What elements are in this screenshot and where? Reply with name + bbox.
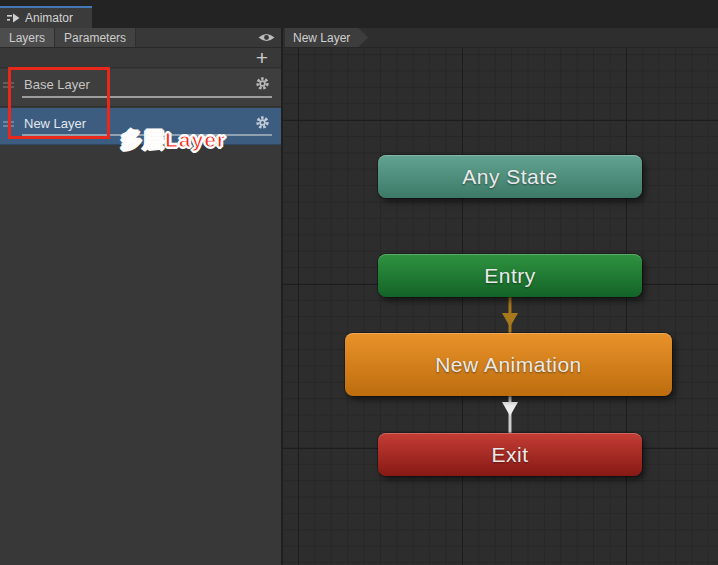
window-header: Animator: [0, 0, 718, 28]
transition-entry-to-new-animation[interactable]: [502, 297, 518, 333]
layers-add-row: +: [0, 48, 281, 68]
panel-divider: [281, 28, 283, 565]
breadcrumb-item-new-layer[interactable]: New Layer: [285, 28, 368, 47]
state-node-new-animation[interactable]: New Animation: [345, 333, 672, 396]
eye-icon[interactable]: [252, 28, 281, 47]
layers-panel: + Base Layer New Layer: [0, 48, 281, 565]
toolbar-spacer: [136, 28, 252, 47]
state-node-label: New Animation: [435, 353, 582, 377]
tab-parameters[interactable]: Parameters: [55, 28, 136, 47]
layer-name: New Layer: [24, 116, 86, 131]
drag-handle-icon[interactable]: [3, 121, 14, 129]
gear-icon[interactable]: [255, 76, 270, 91]
tab-animator-label: Animator: [25, 11, 73, 25]
layer-row-new-layer[interactable]: New Layer: [0, 108, 281, 145]
animator-icon: [7, 13, 20, 24]
transition-edges: [283, 48, 718, 565]
breadcrumb: New Layer: [283, 28, 718, 48]
layer-name: Base Layer: [24, 77, 90, 92]
state-node-label: Any State: [462, 165, 558, 189]
tab-layers[interactable]: Layers: [0, 28, 55, 47]
gear-icon[interactable]: [255, 115, 270, 130]
drag-handle-icon[interactable]: [3, 82, 14, 90]
layers-parameters-toolbar: Layers Parameters: [0, 28, 281, 48]
layer-weight-slider[interactable]: [22, 96, 272, 98]
state-node-any-state[interactable]: Any State: [378, 155, 642, 198]
state-node-label: Entry: [484, 264, 536, 288]
state-machine-canvas[interactable]: Any State Entry New Animation Exit: [283, 48, 718, 565]
transition-new-animation-to-exit[interactable]: [502, 396, 518, 433]
layer-weight-slider[interactable]: [22, 134, 272, 136]
animator-window: Animator Layers Parameters New Layer + B…: [0, 0, 718, 565]
tab-animator[interactable]: Animator: [0, 6, 92, 28]
state-node-entry[interactable]: Entry: [378, 254, 642, 297]
layer-row-base-layer[interactable]: Base Layer: [0, 69, 281, 107]
add-layer-button[interactable]: +: [251, 48, 273, 68]
state-node-exit[interactable]: Exit: [378, 433, 642, 476]
state-node-label: Exit: [491, 443, 528, 467]
